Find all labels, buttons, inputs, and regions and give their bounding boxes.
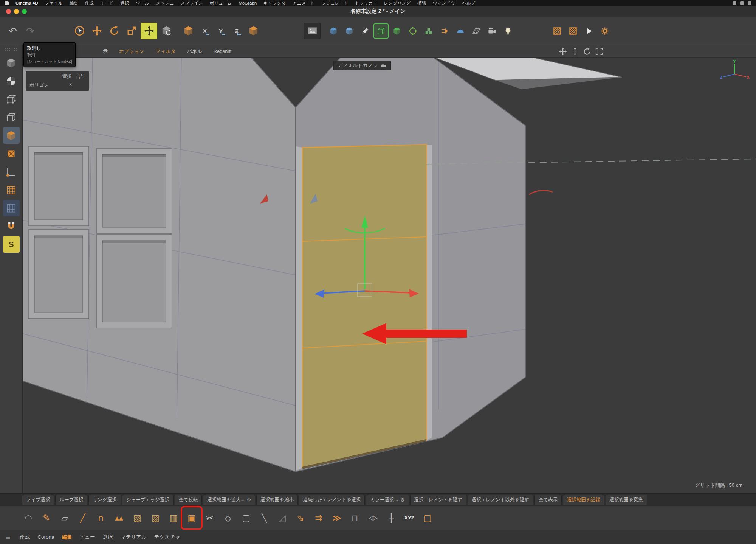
extrude-tool-button[interactable]: ▧ (129, 508, 146, 528)
rotate-view-icon[interactable] (583, 47, 591, 56)
brush-tool-button[interactable]: ✎ (38, 508, 55, 528)
x-axis-lock-button[interactable]: X (197, 23, 212, 39)
apple-menu-icon[interactable] (5, 1, 9, 5)
sharp-edge-selection-command[interactable]: シャープエッジ選択 (122, 495, 174, 505)
gear-icon[interactable]: ⚙ (247, 497, 251, 502)
bevel-tool-button[interactable]: ▲▲ (110, 508, 128, 528)
spline-pen-button[interactable] (358, 23, 373, 39)
move-tool-button[interactable] (88, 23, 105, 39)
menubar-item[interactable]: MoGraph (239, 1, 257, 5)
shrink-selection-command[interactable]: 選択範囲を縮小 (256, 495, 298, 505)
model-mode-button[interactable] (3, 54, 20, 71)
coordinate-system-button[interactable] (245, 23, 262, 39)
render-play-button[interactable] (581, 23, 596, 39)
scale-tool-button[interactable] (123, 23, 140, 39)
close-button[interactable] (6, 9, 11, 14)
cloner-button[interactable] (405, 23, 420, 39)
menubar-item[interactable]: ファイル (45, 0, 62, 6)
selected-polygons[interactable] (302, 145, 426, 468)
ring-selection-command[interactable]: リング選択 (88, 495, 121, 505)
building-model[interactable] (23, 58, 525, 472)
select-connected-command[interactable]: 連続したエレメントを選択 (299, 495, 365, 505)
edge-mode-button[interactable] (3, 109, 20, 126)
primitive-cube-button[interactable] (342, 23, 357, 39)
texture-mode-button[interactable] (3, 73, 20, 89)
undo-button[interactable]: ↶ (5, 23, 21, 39)
deformer-button[interactable] (453, 23, 468, 39)
bottom-menu-texture[interactable]: テクスチャ (154, 534, 180, 541)
render-view-button[interactable] (304, 23, 321, 39)
subdivision-surface-button-active[interactable] (373, 23, 389, 39)
bottom-menu-create[interactable]: 作成 (20, 534, 30, 541)
texture-axis-mode-button[interactable] (3, 145, 20, 162)
polygon-extrude-tool-button-annotated[interactable]: ▣ (183, 508, 200, 528)
mirror-tool-button[interactable]: ◁▷ (364, 508, 382, 528)
menubar-item[interactable]: レンダリング (384, 0, 411, 6)
volume-cube-button[interactable] (389, 23, 404, 39)
array-button[interactable] (421, 23, 436, 39)
auto-snap-button-active[interactable]: S (3, 236, 20, 253)
bottom-menu-material[interactable]: マテリアル (121, 534, 147, 541)
snap-grid-button[interactable] (3, 182, 20, 198)
hamburger-icon[interactable]: ≡ (5, 534, 11, 540)
menubar-item[interactable]: モード (101, 0, 114, 6)
render-settings-button[interactable] (597, 23, 612, 39)
mirror-selection-command[interactable]: ミラー選択...⚙ (366, 495, 409, 505)
knife-tool-button[interactable]: ✂ (201, 508, 218, 528)
bottom-menu-corona[interactable]: Corona (37, 534, 54, 540)
weld-tool-button[interactable]: ∩ (92, 508, 110, 528)
menubar-item[interactable]: 選択 (121, 0, 129, 6)
close-hole-tool-button[interactable]: ⊓ (346, 508, 364, 528)
bottom-menu-view[interactable]: ビュー (80, 534, 95, 541)
dissolve-tool-button[interactable]: ≫ (328, 508, 345, 528)
camera-button[interactable] (485, 23, 500, 39)
viewport-menu-options[interactable]: オプション (119, 48, 144, 55)
menubar-item[interactable]: 作成 (85, 0, 94, 6)
app-menu[interactable]: Cinema 4D (15, 1, 38, 5)
viewport-menu-display[interactable]: 示 (103, 48, 108, 55)
menubar-item[interactable]: ウィンドウ (433, 0, 455, 6)
convert-selection-command[interactable]: 選択範囲を変換 (606, 495, 647, 505)
split-tool-button[interactable]: ⇉ (310, 508, 327, 528)
inner-extrude-tool-button[interactable]: ▨ (147, 508, 164, 528)
viewport-3d[interactable]: デフォルトカメラ 選択 合計 ポリゴン 3 Y X Z グリッド間隔 : 50 … (23, 58, 756, 493)
loop-selection-command[interactable]: ループ選択 (55, 495, 87, 505)
edge-cut-tool-button[interactable]: ◿ (274, 508, 291, 528)
minimize-button[interactable] (14, 9, 19, 14)
smooth-shift-tool-button[interactable]: ▥ (165, 508, 182, 528)
rotate-tool-button[interactable] (106, 23, 122, 39)
menubar-item[interactable]: アニメート (293, 0, 315, 6)
mograph-button[interactable] (437, 23, 452, 39)
menubar-item[interactable]: ヘルプ (462, 0, 475, 6)
z-axis-lock-button[interactable]: Z (229, 23, 244, 39)
invert-all-command[interactable]: 全て反転 (175, 495, 202, 505)
interactive-render-button[interactable] (550, 23, 565, 39)
menubar-item[interactable]: スプライン (181, 0, 203, 6)
polygon-mode-button-active[interactable] (3, 127, 20, 144)
xyz-snap-tool-button[interactable]: XYZ (401, 508, 418, 528)
record-selection-command[interactable]: 選択範囲を記録 (563, 495, 604, 505)
bottom-menu-edit[interactable]: 編集 (62, 534, 72, 541)
menubar-item[interactable]: 拡張 (417, 0, 426, 6)
redo-button[interactable]: ↷ (22, 23, 39, 39)
zoom-button[interactable] (22, 9, 27, 14)
cube-outline-tool-button[interactable]: ▢ (419, 508, 436, 528)
menubar-item[interactable]: メッシュ (156, 0, 174, 6)
menubar-item[interactable]: シミュレート (322, 0, 348, 6)
grow-selection-command[interactable]: 選択範囲を拡大...⚙ (203, 495, 255, 505)
point-mode-button[interactable] (3, 91, 20, 107)
floor-button[interactable] (469, 23, 484, 39)
palette-grip[interactable] (4, 48, 19, 51)
spline-smooth-tool-button[interactable]: ◠ (20, 508, 37, 528)
awl-tool-button[interactable]: ╱ (74, 508, 91, 528)
light-button[interactable] (500, 23, 516, 39)
hide-unselected-command[interactable]: 選択エレメント以外を隠す (468, 495, 533, 505)
stitch-and-sew-tool-button[interactable]: ⇘ (292, 508, 309, 528)
bottom-menu-select[interactable]: 選択 (103, 534, 113, 541)
coordinate-cube-button[interactable] (180, 23, 197, 39)
viewport-menu-filter[interactable]: フィルタ (156, 48, 176, 55)
plane-cut-tool-button[interactable]: ▱ (56, 508, 73, 528)
y-axis-lock-button[interactable]: Y (213, 23, 228, 39)
axis-rotate-button[interactable] (158, 23, 175, 39)
polygon-pen-tool-button[interactable]: ◇ (219, 508, 237, 528)
